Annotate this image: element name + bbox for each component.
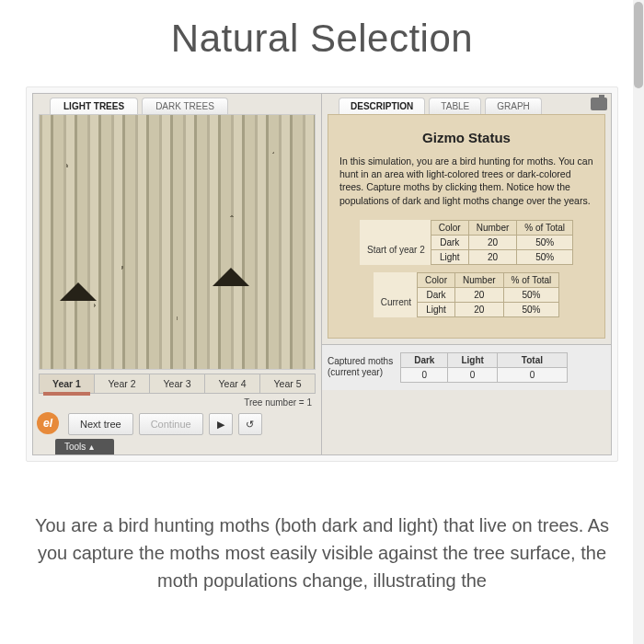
year-selector: Year 1 Year 2 Year 3 Year 4 Year 5 — [39, 374, 316, 394]
tree-tabs: LIGHT TREES DARK TREES — [33, 94, 321, 114]
tree-speckle — [40, 115, 315, 369]
col-pct: % of Total — [517, 220, 573, 235]
undo-icon: ↺ — [246, 419, 254, 431]
gizmo-frame: LIGHT TREES DARK TREES Year 1 Year 2 Yea… — [32, 93, 612, 455]
left-controls: Next tree Continue ▶ ↺ el Tools ▴ — [33, 409, 321, 454]
table2-label: Current — [374, 287, 418, 316]
camera-icon[interactable] — [591, 98, 607, 110]
tab-description[interactable]: DESCRIPTION — [339, 98, 425, 114]
info-tabs: DESCRIPTION TABLE GRAPH — [322, 94, 611, 114]
year-4[interactable]: Year 4 — [205, 374, 260, 393]
description-panel: Gizmo Status In this simulation, you are… — [328, 114, 605, 339]
tab-table[interactable]: TABLE — [429, 98, 481, 114]
tab-light-trees[interactable]: LIGHT TREES — [50, 98, 138, 114]
reset-button[interactable]: ↺ — [238, 413, 262, 435]
captured-table: Dark Light Total 0 0 0 — [400, 352, 568, 383]
col-pct: % of Total — [503, 272, 559, 287]
tools-label: Tools — [64, 442, 86, 452]
col-number: Number — [454, 272, 503, 287]
tree-canvas[interactable] — [39, 114, 316, 370]
next-tree-button[interactable]: Next tree — [68, 413, 133, 435]
tree-number-label: Tree number = 1 — [33, 394, 321, 409]
moth-dark[interactable] — [60, 282, 97, 301]
col-color: Color — [431, 220, 468, 235]
year-1[interactable]: Year 1 — [40, 374, 95, 393]
captured-panel: Captured moths (current year) Dark Light… — [322, 344, 611, 390]
play-icon: ▶ — [217, 419, 224, 431]
tools-button[interactable]: Tools ▴ — [55, 439, 114, 454]
tab-graph[interactable]: GRAPH — [485, 98, 542, 114]
table1-label: Start of year 2 — [360, 235, 431, 264]
year-2[interactable]: Year 2 — [95, 374, 150, 393]
col-number: Number — [468, 220, 517, 235]
continue-button[interactable]: Continue — [139, 413, 203, 435]
col-color: Color — [418, 272, 455, 287]
year-3[interactable]: Year 3 — [150, 374, 205, 393]
body-paragraph: You are a bird hunting moths (both dark … — [0, 480, 644, 594]
start-year-table: Color Number % of Total Start of year 2 … — [360, 220, 573, 265]
current-table: Color Number % of Total Current Dark 20 … — [374, 272, 560, 317]
gizmo-logo-icon: el — [37, 412, 59, 434]
tab-dark-trees[interactable]: DARK TREES — [142, 98, 228, 114]
status-title: Gizmo Status — [339, 130, 593, 145]
gizmo-card: LIGHT TREES DARK TREES Year 1 Year 2 Yea… — [26, 86, 618, 462]
play-button[interactable]: ▶ — [209, 413, 233, 435]
page-title: Natural Selection — [0, 0, 644, 86]
left-pane: LIGHT TREES DARK TREES Year 1 Year 2 Yea… — [33, 94, 322, 454]
year-5[interactable]: Year 5 — [260, 374, 315, 393]
moth-dark[interactable] — [213, 268, 249, 286]
page-scrollbar[interactable] — [633, 0, 644, 644]
chevron-up-icon: ▴ — [89, 442, 94, 452]
captured-label: Captured moths (current year) — [328, 356, 393, 378]
status-text: In this simulation, you are a bird hunti… — [339, 155, 593, 207]
scroll-thumb[interactable] — [634, 2, 643, 88]
right-pane: DESCRIPTION TABLE GRAPH Gizmo Status In … — [322, 94, 611, 454]
